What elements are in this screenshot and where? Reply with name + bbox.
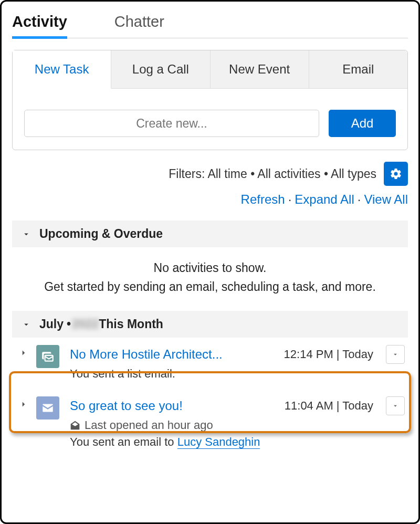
- email-icon: [36, 396, 59, 420]
- section-upcoming-label: Upcoming & Overdue: [39, 227, 163, 241]
- list-email-icon: [36, 345, 59, 368]
- activity-item-time: 12:14 PM | Today: [284, 348, 373, 361]
- item-actions-menu[interactable]: [386, 396, 405, 415]
- chevron-down-icon: [22, 229, 31, 239]
- activity-item: So great to see you! 11:04 AM | Today La…: [12, 386, 408, 454]
- expand-all-link[interactable]: Expand All: [295, 192, 354, 207]
- activity-item-title[interactable]: So great to see you!: [70, 399, 183, 413]
- caret-down-icon: [392, 351, 399, 358]
- create-new-input[interactable]: [24, 110, 319, 137]
- activity-panel: Activity Chatter New Task Log a Call New…: [0, 0, 420, 524]
- dot-sep: ·: [288, 192, 292, 207]
- add-button[interactable]: Add: [329, 110, 396, 137]
- filters-text: Filters: All time • All activities • All…: [169, 167, 376, 181]
- expand-item-button[interactable]: [15, 345, 32, 358]
- composer-tab-email[interactable]: Email: [309, 50, 407, 89]
- item-actions-menu[interactable]: [386, 345, 405, 364]
- activity-action-links: Refresh · Expand All · View All: [12, 192, 408, 207]
- activity-item-sub: You sent an email to Lucy Sandeghin: [70, 435, 405, 449]
- chevron-right-icon: [19, 348, 28, 358]
- open-envelope-icon: [70, 420, 80, 431]
- chevron-down-icon: [22, 320, 31, 329]
- section-month[interactable]: July • 2022 This Month: [12, 311, 408, 338]
- filters-row: Filters: All time • All activities • All…: [12, 160, 408, 192]
- section-upcoming-overdue[interactable]: Upcoming & Overdue: [12, 221, 408, 247]
- expand-item-button[interactable]: [15, 396, 32, 409]
- top-tabs: Activity Chatter: [12, 10, 408, 38]
- composer-body: Add: [13, 89, 407, 150]
- activity-item-title[interactable]: No More Hostile Architect...: [70, 347, 223, 362]
- composer-tab-log-call[interactable]: Log a Call: [111, 50, 210, 89]
- view-all-link[interactable]: View All: [364, 192, 408, 207]
- month-year-blurred: 2022: [72, 317, 99, 331]
- empty-line-1: No activities to show.: [16, 259, 404, 278]
- month-label: July: [39, 317, 64, 331]
- activity-item-time: 11:04 AM | Today: [285, 399, 373, 413]
- dot-sep: ·: [358, 192, 361, 207]
- composer-tab-new-task[interactable]: New Task: [13, 50, 111, 89]
- refresh-link[interactable]: Refresh: [241, 192, 285, 207]
- activity-item-sub: You sent a list email.: [70, 367, 405, 381]
- caret-down-icon: [392, 402, 399, 410]
- empty-line-2: Get started by sending an email, schedul…: [16, 278, 404, 297]
- chevron-right-icon: [19, 400, 28, 409]
- composer-tabs: New Task Log a Call New Event Email: [13, 50, 407, 89]
- month-dot: •: [67, 317, 71, 331]
- email-open-status: Last opened an hour ago: [70, 418, 405, 432]
- activity-composer: New Task Log a Call New Event Email Add: [12, 50, 408, 150]
- filter-settings-button[interactable]: [384, 162, 408, 186]
- gear-icon: [390, 167, 402, 180]
- month-right-label: This Month: [99, 317, 163, 331]
- upcoming-empty-state: No activities to show. Get started by se…: [12, 247, 408, 306]
- activity-item: No More Hostile Architect... 12:14 PM | …: [12, 338, 408, 386]
- composer-tab-new-event[interactable]: New Event: [211, 50, 309, 89]
- recipient-link[interactable]: Lucy Sandeghin: [177, 435, 260, 449]
- tab-chatter[interactable]: Chatter: [114, 10, 164, 38]
- tab-activity[interactable]: Activity: [12, 10, 67, 38]
